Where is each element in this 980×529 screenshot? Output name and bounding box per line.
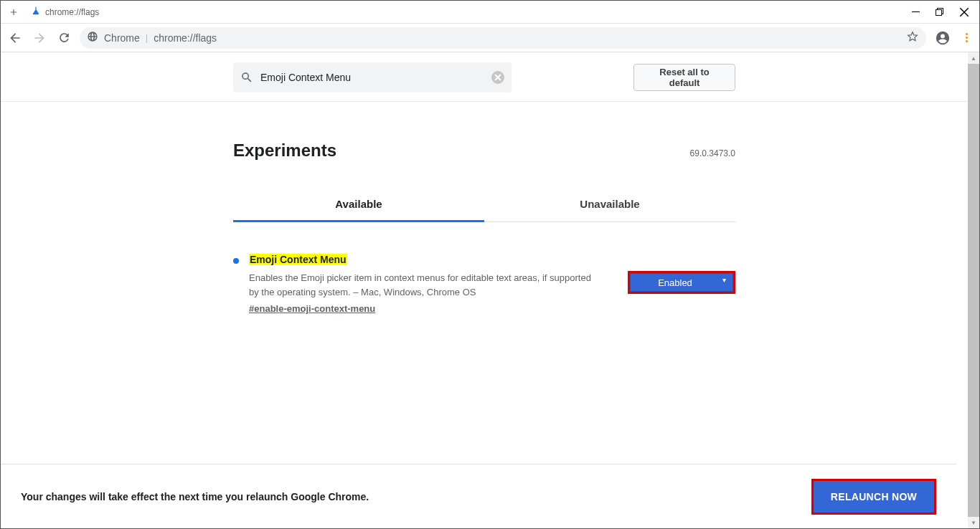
svg-rect-1	[936, 9, 942, 15]
highlight-box: RELAUNCH NOW	[811, 479, 936, 515]
window-minimize-button[interactable]	[910, 7, 920, 17]
chrome-menu-button[interactable]	[959, 33, 974, 42]
flags-tabs: Available Unavailable	[233, 188, 735, 222]
relaunch-bar: Your changes will take effect the next t…	[1, 464, 956, 528]
omnibox-host: Chrome	[104, 32, 140, 44]
flask-icon	[31, 6, 41, 18]
scrollbar[interactable]: ▲ ▼	[968, 52, 979, 528]
browser-toolbar: Chrome | chrome://flags	[1, 24, 979, 52]
reload-button[interactable]	[55, 29, 72, 47]
search-icon	[240, 71, 253, 84]
relaunch-button[interactable]: RELAUNCH NOW	[814, 481, 934, 513]
omnibox-url: chrome://flags	[154, 32, 217, 44]
scroll-thumb[interactable]	[968, 64, 979, 517]
window-maximize-button[interactable]	[935, 7, 945, 17]
scroll-up-icon[interactable]: ▲	[968, 52, 979, 64]
window-close-button[interactable]	[959, 7, 969, 17]
flag-permalink[interactable]: #enable-emoji-context-menu	[249, 303, 603, 314]
browser-tab[interactable]: chrome://flags	[27, 6, 103, 18]
forward-button[interactable]	[31, 29, 48, 47]
page-title: Experiments	[233, 140, 336, 161]
clear-search-button[interactable]	[491, 71, 504, 84]
relaunch-message: Your changes will take effect the next t…	[21, 491, 369, 502]
new-tab-button[interactable]	[6, 5, 21, 19]
modified-indicator-icon	[233, 258, 239, 264]
tab-available[interactable]: Available	[233, 188, 484, 222]
divider	[1, 101, 968, 102]
scroll-down-icon[interactable]: ▼	[968, 517, 979, 528]
chrome-version: 69.0.3473.0	[690, 148, 735, 158]
flag-item: Emoji Context Menu Enables the Emoji pic…	[233, 254, 735, 314]
tab-unavailable[interactable]: Unavailable	[484, 188, 735, 221]
highlight-box: Enabled	[628, 271, 735, 294]
omnibox-divider: |	[146, 32, 148, 43]
flags-search-input[interactable]	[260, 72, 484, 83]
flag-title: Emoji Context Menu	[249, 254, 347, 265]
bookmark-star-icon[interactable]	[906, 30, 919, 45]
flags-search-box[interactable]	[233, 62, 512, 92]
reset-all-button[interactable]: Reset all to default	[633, 64, 735, 91]
back-button[interactable]	[6, 29, 24, 47]
address-bar[interactable]: Chrome | chrome://flags	[80, 27, 926, 49]
profile-avatar-icon[interactable]	[933, 29, 952, 47]
flag-state-select[interactable]: Enabled	[630, 273, 733, 292]
tab-title: chrome://flags	[45, 7, 99, 17]
flag-description: Enables the Emoji picker item in context…	[249, 271, 603, 299]
site-info-icon[interactable]	[87, 31, 98, 44]
browser-tab-strip: chrome://flags	[1, 1, 979, 24]
